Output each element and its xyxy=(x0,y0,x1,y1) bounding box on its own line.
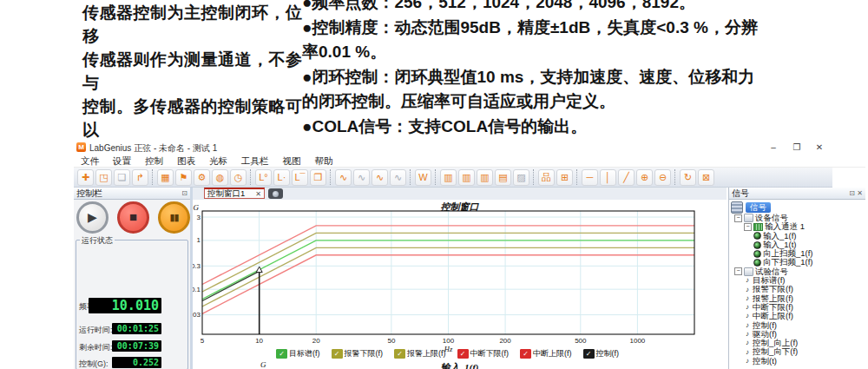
profile-icon[interactable]: ◍ xyxy=(212,169,228,186)
page: 传感器控制为主控制闭环，位移 传感器则作为测量通道，不参与 控制。多传感器的控制… xyxy=(0,0,868,369)
close-icon[interactable]: ✕ xyxy=(857,189,863,197)
tree-item-label: 中断下限(f) xyxy=(753,303,793,312)
control-window-chart: 控制窗口 51020501002005001000310.30.10.03HzG… xyxy=(193,200,727,369)
maximize-button[interactable]: ❐ xyxy=(789,142,805,153)
test-signal-icon: ♪ xyxy=(744,313,751,320)
tree-item-label: 报警上限(f) xyxy=(753,294,793,303)
spectrum-1-icon[interactable]: ▥ xyxy=(440,169,457,186)
signal-panel-icons[interactable]: ⊡ ✕ xyxy=(849,189,863,197)
expand-collapse-icon[interactable]: − xyxy=(734,267,742,275)
dock-lock-icon[interactable] xyxy=(731,201,743,214)
legend-checkbox[interactable]: ✓ xyxy=(457,349,469,359)
legend-item: ✓报警上限(f) xyxy=(394,348,446,359)
menu-bar: 文件设置控制图表光标工具栏视图帮助 xyxy=(74,155,865,168)
expand-collapse-icon[interactable]: − xyxy=(744,223,752,231)
level-low-icon[interactable]: L° xyxy=(255,169,272,186)
tree-item[interactable]: 向上扫频_1(f) xyxy=(731,249,864,258)
tree-item[interactable]: 输入_1(t) xyxy=(731,241,864,249)
spectrum-5-icon[interactable]: ▨ xyxy=(513,169,529,186)
export-icon[interactable]: ↱ xyxy=(132,169,148,186)
svg-text:1: 1 xyxy=(197,236,201,244)
save-icon[interactable]: ◳ xyxy=(95,169,112,186)
menu-item[interactable]: 文件 xyxy=(74,155,106,168)
wave-4-icon[interactable]: ∿ xyxy=(390,169,406,186)
settings-icon[interactable]: ⚙ xyxy=(194,169,210,186)
tree-item[interactable]: ♪中断下限(f) xyxy=(731,303,864,312)
signal-tab[interactable]: 信号 xyxy=(746,202,771,213)
legend-checkbox[interactable]: ✓ xyxy=(583,349,595,359)
cursor-horizontal-icon[interactable]: ─ xyxy=(582,169,598,186)
legend-checkbox[interactable]: ✓ xyxy=(520,349,531,359)
copy-window-icon[interactable]: ❐ xyxy=(310,169,326,186)
new-test-icon[interactable]: ✚ xyxy=(77,169,94,186)
open-icon[interactable]: ❏ xyxy=(114,169,130,186)
legend-item: ✓目标谱(f) xyxy=(276,348,320,359)
calculator-icon[interactable]: ⊞ xyxy=(556,169,573,186)
tree-item[interactable]: ♪目标谱(f) xyxy=(731,276,864,285)
tree-item[interactable]: −试验信号 xyxy=(731,267,864,276)
close-button[interactable]: ✕ xyxy=(812,142,827,153)
tree-item[interactable]: 输入_1(f) xyxy=(731,232,864,241)
wave-1-icon[interactable]: ∿ xyxy=(335,169,352,186)
legend-label: 控制(f) xyxy=(596,348,620,359)
toolbar: ✚◳❏↱▦⚑⚙◍◷L°L·L¯❐∿∿∿∿W▥▥▥▤▨品⊞─│╱⊕⊖↻⊠ xyxy=(74,168,832,188)
fit-view-icon[interactable]: ⊠ xyxy=(698,169,714,186)
tab-close-icon[interactable]: ✕ xyxy=(255,190,261,198)
menu-item[interactable]: 帮助 xyxy=(308,155,340,168)
legend-label: 中断下限(f) xyxy=(470,348,510,359)
tree-item[interactable]: ♪报警上限(f) xyxy=(731,294,864,303)
pause-button[interactable]: ▮▮ xyxy=(158,201,190,234)
zoom-out-icon[interactable]: ⊖ xyxy=(654,169,671,186)
toolbar-separator xyxy=(674,169,676,185)
tree-item[interactable]: ♪中断上限(f) xyxy=(731,312,864,320)
legend-checkbox[interactable]: ✓ xyxy=(332,349,343,359)
legend-checkbox[interactable]: ✓ xyxy=(276,349,287,359)
cursor-vertical-icon[interactable]: │ xyxy=(600,169,616,186)
pin-icon[interactable]: ⊡ xyxy=(181,189,187,197)
legend-item: ✓中断下限(f) xyxy=(457,348,510,359)
tree-item[interactable]: ♪控制(f) xyxy=(731,321,864,330)
tree-item[interactable]: −设备信号 xyxy=(731,214,864,222)
marker-icon[interactable]: ⚑ xyxy=(175,169,192,186)
tree-item[interactable]: ♪控制_向下(f) xyxy=(731,347,864,356)
spectrum-4-icon[interactable]: ▤ xyxy=(495,169,511,186)
spectrum-3-icon[interactable]: ▥ xyxy=(477,169,493,186)
tree-item[interactable]: ♪控制_向上(f) xyxy=(731,339,864,347)
tree-item[interactable]: ♪驱动(f) xyxy=(731,330,864,339)
level-mid-icon[interactable]: L· xyxy=(273,169,290,186)
menu-item[interactable]: 设置 xyxy=(106,155,138,168)
tree-item[interactable]: ♪控制(t) xyxy=(731,357,864,366)
test-setup-icon[interactable]: ▦ xyxy=(157,169,174,186)
menu-item[interactable]: 控制 xyxy=(138,155,170,168)
tree-item[interactable]: −输入通道 1 xyxy=(731,222,864,231)
play-button[interactable]: ▶ xyxy=(76,201,108,234)
tree-item-label: 控制_向上(f) xyxy=(753,339,798,347)
menu-item[interactable]: 工具栏 xyxy=(234,155,276,168)
tree-item[interactable]: ♪报警下限(f) xyxy=(731,285,864,293)
layout-icon[interactable]: 品 xyxy=(538,169,555,186)
snapshot-camera-icon[interactable] xyxy=(268,188,283,199)
level-high-icon[interactable]: L¯ xyxy=(292,169,308,186)
word-report-icon[interactable]: W xyxy=(415,169,431,186)
field-value-display: 0.252 xyxy=(112,357,161,368)
wave-2-icon[interactable]: ∿ xyxy=(353,169,370,186)
tree-item-label: 报警下限(f) xyxy=(753,285,793,293)
menu-item[interactable]: 图表 xyxy=(170,155,202,168)
tree-item[interactable]: 向下扫频_1(f) xyxy=(731,258,864,267)
menu-item[interactable]: 视图 xyxy=(276,155,308,168)
pin-icon[interactable]: ⊡ xyxy=(849,189,855,197)
expand-collapse-icon[interactable]: − xyxy=(734,214,742,222)
wave-3-icon[interactable]: ∿ xyxy=(372,169,388,186)
spectrum-2-icon[interactable]: ▥ xyxy=(458,169,475,186)
menu-item[interactable]: 光标 xyxy=(202,155,234,168)
legend-checkbox[interactable]: ✓ xyxy=(394,349,405,359)
cursor-slope-icon[interactable]: ╱ xyxy=(618,169,635,186)
tree-item-label: 控制(f) xyxy=(753,321,777,330)
stop-button[interactable]: ■ xyxy=(117,201,149,234)
minimize-button[interactable]: – xyxy=(766,142,781,153)
refresh-icon[interactable]: ↻ xyxy=(680,169,696,186)
tab-control-window[interactable]: 控制窗口1 ✕ xyxy=(204,188,265,199)
zoom-in-icon[interactable]: ⊕ xyxy=(636,169,653,186)
schedule-icon[interactable]: ◷ xyxy=(230,169,247,186)
test-signal-icon: ♪ xyxy=(744,349,751,356)
